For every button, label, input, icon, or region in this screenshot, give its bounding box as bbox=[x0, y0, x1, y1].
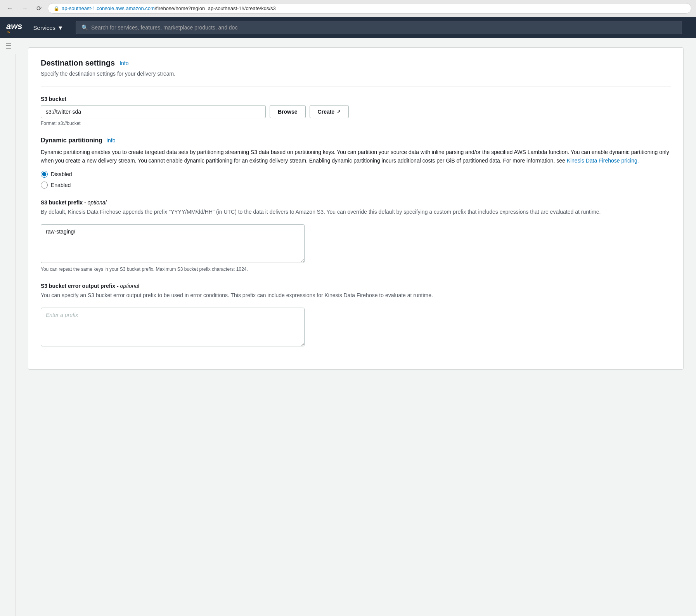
dynamic-partitioning-description: Dynamic partitioning enables you to crea… bbox=[41, 148, 671, 165]
section-header: Destination settings Info bbox=[41, 59, 671, 67]
create-button[interactable]: Create ↗ bbox=[310, 105, 349, 118]
dynamic-partitioning-header: Dynamic partitioning Info bbox=[41, 137, 671, 144]
dynamic-partitioning-title: Dynamic partitioning bbox=[41, 137, 102, 144]
s3-format-hint: Format: s3://bucket bbox=[41, 121, 671, 126]
browse-button[interactable]: Browse bbox=[270, 105, 306, 118]
services-menu-button[interactable]: Services ▼ bbox=[29, 21, 68, 34]
create-label: Create bbox=[318, 109, 335, 115]
sidebar-area: ☰ bbox=[0, 38, 16, 616]
enabled-radio-input[interactable] bbox=[41, 182, 48, 189]
dynamic-partitioning-section: Dynamic partitioning Info Dynamic partit… bbox=[41, 137, 671, 189]
lock-icon: 🔒 bbox=[54, 6, 59, 11]
aws-search-bar[interactable]: 🔍 bbox=[76, 21, 682, 34]
content-area: Destination settings Info Specify the de… bbox=[16, 38, 696, 616]
main-layout: ☰ Destination settings Info Specify the … bbox=[0, 38, 696, 616]
aws-logo-text: aws bbox=[6, 21, 23, 31]
s3-bucket-section: S3 bucket Browse Create ↗ Format: s3://b… bbox=[41, 96, 671, 126]
s3-error-prefix-label: S3 bucket error output prefix - optional bbox=[41, 283, 671, 289]
s3-prefix-description: By default, Kinesis Data Firehose append… bbox=[41, 209, 671, 215]
search-input[interactable] bbox=[91, 24, 676, 31]
disabled-radio-option[interactable]: Disabled bbox=[41, 171, 671, 178]
search-icon: 🔍 bbox=[81, 24, 88, 31]
external-link-icon: ↗ bbox=[337, 109, 341, 114]
s3-bucket-label: S3 bucket bbox=[41, 96, 671, 102]
dynamic-partitioning-radio-group: Disabled Enabled bbox=[41, 171, 671, 189]
disabled-radio-label: Disabled bbox=[51, 171, 72, 177]
sidebar-toggle-button[interactable]: ☰ bbox=[0, 38, 17, 54]
destination-settings-info-link[interactable]: Info bbox=[119, 60, 128, 66]
pricing-link[interactable]: Kinesis Data Firehose pricing. bbox=[567, 157, 639, 164]
address-text: ap-southeast-1.console.aws.amazon.com/fi… bbox=[62, 5, 276, 11]
s3-prefix-label: S3 bucket prefix - optional bbox=[41, 199, 671, 206]
back-button[interactable]: ← bbox=[5, 4, 16, 13]
reload-button[interactable]: ⟳ bbox=[34, 4, 44, 13]
s3-error-prefix-section: S3 bucket error output prefix - optional… bbox=[41, 283, 671, 348]
browser-bar: ← → ⟳ 🔒 ap-southeast-1.console.aws.amazo… bbox=[0, 0, 696, 17]
divider-1 bbox=[41, 86, 671, 87]
s3-input-row: Browse Create ↗ bbox=[41, 105, 671, 118]
s3-error-prefix-description: You can specify an S3 bucket error outpu… bbox=[41, 292, 671, 298]
disabled-radio-input[interactable] bbox=[41, 171, 48, 178]
s3-error-prefix-textarea[interactable] bbox=[41, 308, 305, 346]
section-description: Specify the destination settings for you… bbox=[41, 71, 671, 77]
aws-nav: aws ∿ Services ▼ 🔍 bbox=[0, 17, 696, 38]
dynamic-partitioning-info-link[interactable]: Info bbox=[106, 137, 115, 144]
services-label: Services bbox=[33, 24, 56, 31]
destination-settings-card: Destination settings Info Specify the de… bbox=[28, 47, 684, 370]
s3-bucket-input[interactable] bbox=[41, 105, 266, 118]
forward-button[interactable]: → bbox=[19, 4, 30, 13]
enabled-radio-label: Enabled bbox=[51, 182, 71, 188]
address-bar[interactable]: 🔒 ap-southeast-1.console.aws.amazon.com/… bbox=[48, 3, 691, 14]
s3-prefix-hint: You can repeat the same keys in your S3 … bbox=[41, 266, 671, 272]
s3-prefix-section: S3 bucket prefix - optional By default, … bbox=[41, 199, 671, 272]
enabled-radio-option[interactable]: Enabled bbox=[41, 182, 671, 189]
services-chevron-icon: ▼ bbox=[57, 24, 63, 31]
page-title: Destination settings bbox=[41, 59, 115, 67]
s3-prefix-textarea[interactable]: raw-staging/ bbox=[41, 224, 305, 263]
aws-logo: aws ∿ bbox=[6, 21, 23, 34]
